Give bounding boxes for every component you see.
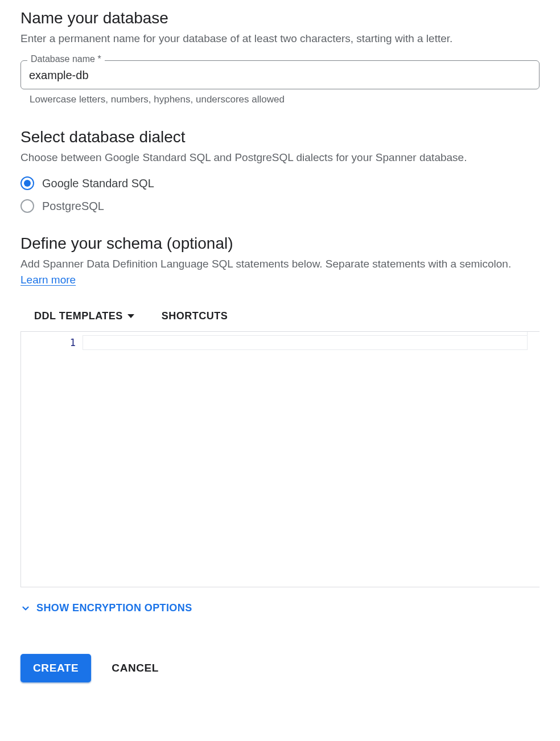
radio-unselected-icon [20,199,34,213]
dialect-section-title: Select database dialect [20,128,540,146]
database-name-label: Database name * [27,54,105,64]
chevron-down-icon [20,603,31,614]
dialect-radio-group: Google Standard SQL PostgreSQL [20,176,540,213]
ddl-templates-button[interactable]: DDL TEMPLATES [34,310,134,322]
editor-content[interactable] [83,332,527,587]
cancel-button[interactable]: CANCEL [112,662,159,674]
dialect-section: Select database dialect Choose between G… [20,128,540,213]
dialect-option-label: PostgreSQL [42,200,104,213]
shortcuts-button[interactable]: SHORTCUTS [162,310,228,322]
database-name-input[interactable] [29,69,531,82]
dialect-option-google-standard-sql[interactable]: Google Standard SQL [20,176,540,190]
name-database-section: Name your database Enter a permanent nam… [20,9,540,105]
name-section-description: Enter a permanent name for your database… [20,31,540,47]
show-encryption-options-toggle[interactable]: SHOW ENCRYPTION OPTIONS [20,602,540,614]
footer-actions: CREATE CANCEL [20,654,540,682]
dialect-option-postgresql[interactable]: PostgreSQL [20,199,540,213]
database-name-helper: Lowercase letters, numbers, hyphens, und… [20,94,540,105]
schema-description-text: Add Spanner Data Definition Language SQL… [20,258,511,270]
database-name-outline[interactable] [20,60,540,89]
editor-scroll-gap [527,332,540,350]
editor-gutter: 1 [21,332,83,587]
line-number: 1 [24,335,76,350]
shortcuts-label: SHORTCUTS [162,310,228,322]
schema-section-description: Add Spanner Data Definition Language SQL… [20,256,540,287]
dialect-option-label: Google Standard SQL [42,177,154,190]
schema-section: Define your schema (optional) Add Spanne… [20,234,540,614]
create-button[interactable]: CREATE [20,654,91,682]
name-section-title: Name your database [20,9,540,27]
schema-section-title: Define your schema (optional) [20,234,540,253]
editor-active-line [83,335,527,350]
encryption-toggle-label: SHOW ENCRYPTION OPTIONS [36,602,192,614]
ddl-code-editor[interactable]: 1 [20,331,540,587]
editor-toolbar: DDL TEMPLATES SHORTCUTS [20,287,540,331]
ddl-templates-label: DDL TEMPLATES [34,310,123,322]
learn-more-link[interactable]: Learn more [20,274,76,286]
database-name-field-wrap: Database name * [20,60,540,89]
radio-selected-icon [20,176,34,190]
dialect-section-description: Choose between Google Standard SQL and P… [20,150,540,166]
dropdown-arrow-icon [127,314,134,318]
